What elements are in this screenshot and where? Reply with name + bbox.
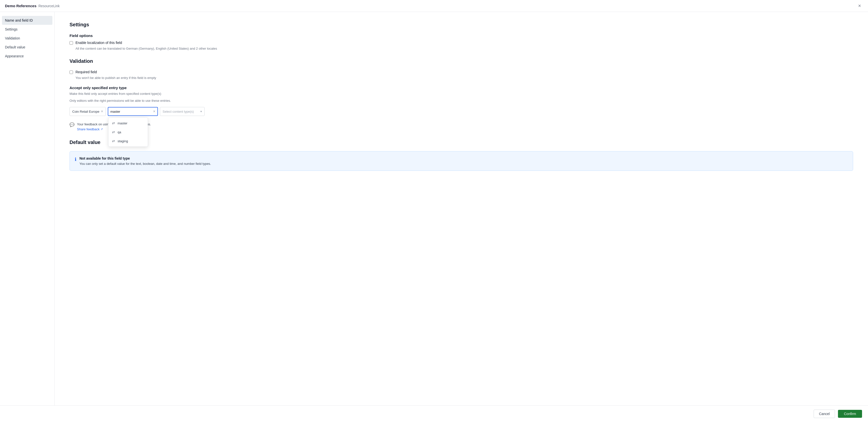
- entry-type-search-input[interactable]: [110, 110, 152, 113]
- info-icon: ℹ: [75, 157, 76, 162]
- chevron-down-icon: ▾: [200, 110, 202, 113]
- default-value-section: Default value ℹ Not available for this f…: [69, 139, 853, 171]
- sidebar-item-label: Settings: [5, 27, 18, 31]
- localization-label[interactable]: Enable localization of this field: [75, 41, 122, 45]
- info-box-desc: You can only set a default value for the…: [80, 162, 211, 166]
- content-area: Settings Field options Enable localizati…: [55, 12, 868, 405]
- dropdown-item-label: master: [118, 121, 127, 125]
- sidebar-item-appearance[interactable]: Appearance: [0, 52, 54, 61]
- field-options-title: Field options: [69, 34, 853, 38]
- info-box-content: Not available for this field type You ca…: [80, 156, 211, 166]
- footer: Cancel Confirm: [0, 405, 868, 422]
- required-field-checkbox[interactable]: [69, 70, 73, 74]
- info-box: ℹ Not available for this field type You …: [69, 151, 853, 171]
- confirm-button[interactable]: Confirm: [838, 410, 862, 418]
- tags-row: Coin Retail Europe × × ⇄ master: [69, 107, 853, 116]
- sidebar-item-label: Default value: [5, 45, 25, 49]
- entry-type-dropdown: ⇄ master ⇄ qa ⇄ staging: [108, 118, 148, 147]
- accept-entry-desc2: Only editors with the right permissions …: [69, 98, 853, 103]
- localization-checkbox[interactable]: [69, 41, 73, 45]
- main-layout: Name and field ID Settings Validation De…: [0, 12, 868, 405]
- sidebar: Name and field ID Settings Validation De…: [0, 12, 55, 405]
- info-box-title: Not available for this field type: [80, 156, 211, 160]
- share-feedback-link[interactable]: Share feedback ↗: [77, 127, 103, 132]
- required-field-helper: You won't be able to publish an entry if…: [75, 76, 853, 80]
- dropdown-item-staging[interactable]: ⇄ staging: [108, 136, 148, 145]
- default-value-title: Default value: [69, 139, 853, 145]
- sidebar-item-label: Name and field ID: [5, 19, 33, 22]
- localization-helper: All the content can be translated to Ger…: [75, 47, 853, 51]
- dropdown-item-master[interactable]: ⇄ master: [108, 119, 148, 128]
- topbar-left: Demo References ResourceLink: [5, 4, 60, 8]
- app-title: Demo References: [5, 4, 36, 8]
- tag-label: Coin Retail Europe: [72, 110, 99, 113]
- select-content-type-dropdown[interactable]: Select content type(s) ▾: [160, 107, 205, 116]
- close-button[interactable]: ×: [856, 2, 863, 9]
- dropdown-item-qa[interactable]: ⇄ qa: [108, 128, 148, 136]
- settings-title: Settings: [69, 22, 853, 28]
- clear-search-button[interactable]: ×: [153, 109, 155, 114]
- sidebar-item-label: Validation: [5, 36, 20, 40]
- topbar: Demo References ResourceLink ×: [0, 0, 868, 12]
- accept-entry-title: Accept only specified entry type: [69, 86, 853, 90]
- search-input-box[interactable]: × ⇄ master ⇄ qa ⇄: [108, 107, 158, 116]
- branch-icon: ⇄: [112, 130, 115, 134]
- accept-entry-desc1: Make this field only accept entries from…: [69, 91, 853, 96]
- validation-title: Validation: [69, 58, 853, 64]
- feedback-box: 💬 Your feedback on using references ampo…: [69, 122, 853, 132]
- app-subtitle: ResourceLink: [38, 4, 60, 8]
- select-placeholder: Select content type(s): [163, 110, 194, 113]
- sidebar-item-default-value[interactable]: Default value: [0, 43, 54, 52]
- sidebar-item-name-field-id[interactable]: Name and field ID: [2, 16, 52, 25]
- settings-section: Settings Field options Enable localizati…: [69, 22, 853, 51]
- sidebar-item-validation[interactable]: Validation: [0, 34, 54, 43]
- accept-entry-section: Accept only specified entry type Make th…: [69, 86, 853, 132]
- sidebar-item-settings[interactable]: Settings: [0, 25, 54, 34]
- external-link-icon: ↗: [100, 127, 103, 131]
- cancel-button[interactable]: Cancel: [814, 410, 835, 418]
- branch-icon: ⇄: [112, 139, 115, 143]
- validation-section: Validation Required field You won't be a…: [69, 58, 853, 132]
- dropdown-item-label: qa: [118, 130, 121, 134]
- sidebar-item-label: Appearance: [5, 54, 24, 58]
- required-field-row: Required field: [69, 70, 853, 74]
- tag-coin-retail-europe: Coin Retail Europe ×: [69, 107, 106, 116]
- tag-remove-button[interactable]: ×: [101, 109, 103, 113]
- feedback-icon: 💬: [69, 122, 74, 127]
- branch-icon: ⇄: [112, 121, 115, 125]
- required-field-label[interactable]: Required field: [75, 70, 97, 74]
- share-feedback-label: Share feedback: [77, 127, 99, 132]
- localization-checkbox-row: Enable localization of this field: [69, 41, 853, 45]
- dropdown-item-label: staging: [118, 139, 128, 143]
